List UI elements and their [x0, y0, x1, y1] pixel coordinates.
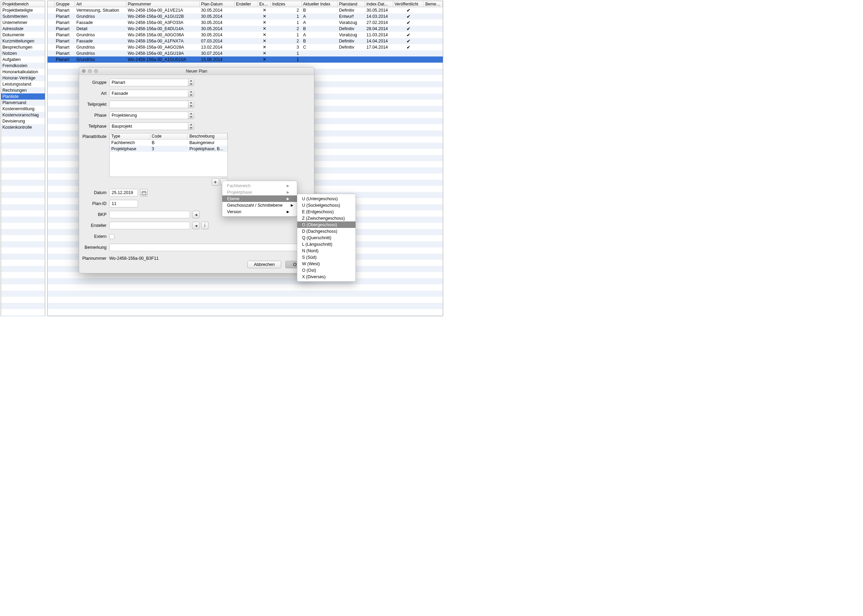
- sidebar-item[interactable]: Honorar-Verträge: [1, 75, 45, 81]
- combo-gruppe[interactable]: Planart: [109, 79, 194, 86]
- sidebar-item[interactable]: Kurzmitteilungen: [1, 38, 45, 44]
- submenu-item[interactable]: O (Obergeschoss): [297, 222, 356, 228]
- sidebar-item[interactable]: Planliste: [1, 93, 45, 100]
- submenu-item[interactable]: D (Dachgeschoss): [297, 228, 356, 234]
- sidebar-item[interactable]: Kostenvoranschlag: [1, 112, 45, 118]
- context-menu-item[interactable]: Geschosszahl / Schnittebene▶: [222, 202, 297, 208]
- submenu-item[interactable]: E (Erdgeschoss): [297, 208, 356, 215]
- input-bemerkung[interactable]: [109, 244, 307, 251]
- svg-rect-0: [142, 191, 146, 195]
- sidebar-item[interactable]: Adressliste: [1, 26, 45, 32]
- sidebar-item[interactable]: Fremdkosten: [1, 63, 45, 69]
- submenu-item[interactable]: Z (Zwischengeschoss): [297, 215, 356, 222]
- window-minimize-icon: [88, 69, 92, 73]
- ersteller-lookup-button[interactable]: ◂: [192, 222, 200, 229]
- sidebar-item[interactable]: Kostenkontrolle: [1, 124, 45, 130]
- sidebar-item[interactable]: Dokumente: [1, 32, 45, 38]
- bkp-lookup-button[interactable]: ◂: [192, 211, 200, 218]
- dialog-titlebar[interactable]: Neuer Plan: [79, 68, 314, 75]
- label-ersteller: Ersteller: [79, 223, 109, 228]
- submenu-item[interactable]: S (Süd): [297, 254, 356, 261]
- table-row[interactable]: PlanartGrundrissWo-2458-156a-00_A0GO36A3…: [47, 32, 443, 38]
- sidebar-item[interactable]: Planversand: [1, 100, 45, 106]
- combo-teilprojekt[interactable]: [109, 101, 194, 108]
- stepper-icon[interactable]: [188, 90, 194, 97]
- stepper-icon[interactable]: [188, 123, 194, 130]
- label-bemerkung: Bemerkung: [79, 245, 109, 250]
- th-veroeffentlicht[interactable]: Veröffentlicht: [393, 1, 424, 7]
- combo-art[interactable]: Fassade: [109, 90, 194, 97]
- submenu-item[interactable]: N (Nord): [297, 247, 356, 254]
- table-row[interactable]: PlanartGrundrissWo-2458-156a-00_A1GU22B3…: [47, 13, 443, 19]
- th-indizes[interactable]: Indizes: [271, 1, 302, 7]
- sidebar-item[interactable]: Submittenten: [1, 13, 45, 19]
- add-attribute-button[interactable]: +: [212, 178, 219, 186]
- submenu-item[interactable]: U (Untergeschoss): [297, 195, 356, 202]
- th-gruppe[interactable]: Gruppe: [54, 1, 75, 7]
- info-icon[interactable]: i: [201, 222, 209, 229]
- context-menu-item[interactable]: Version▶: [222, 208, 297, 215]
- checkbox-extern[interactable]: [109, 234, 114, 239]
- sidebar-item[interactable]: Notizen: [1, 50, 45, 57]
- planattribute-table[interactable]: Type Code Beschreibung FachbereichBBauin…: [109, 133, 228, 177]
- sidebar-item[interactable]: Rechnungen: [1, 87, 45, 93]
- window-close-icon[interactable]: [82, 69, 86, 73]
- attr-row[interactable]: FachbereichBBauingenieur: [110, 140, 227, 146]
- th-aktueller-index[interactable]: Aktueller Index: [302, 1, 338, 7]
- sidebar-item[interactable]: Unternehmer: [1, 19, 45, 26]
- submenu-item[interactable]: U (Sockelgeschoss): [297, 202, 356, 208]
- attr-th-desc[interactable]: Beschreibung: [188, 134, 227, 139]
- submenu-item[interactable]: L (Längsschnitt): [297, 241, 356, 247]
- label-art: Art: [79, 91, 109, 96]
- combo-teilphase[interactable]: Bauprojekt: [109, 123, 194, 130]
- table-row[interactable]: PlanartGrundrissWo-2458-156a-00_A1GU19A3…: [47, 50, 443, 57]
- stepper-icon[interactable]: [188, 112, 194, 119]
- table-row[interactable]: PlanartFassadeWo-2458-156a-00_A1FNX7A07.…: [47, 38, 443, 44]
- attr-th-code[interactable]: Code: [150, 134, 188, 139]
- table-body: PlanartVermessung, SituationWo-2458-156a…: [47, 7, 443, 63]
- th-bemerkung[interactable]: Bemerkung: [424, 1, 443, 7]
- th-planstand[interactable]: Planstand: [338, 1, 365, 7]
- th-extern[interactable]: Extern: [258, 1, 271, 7]
- input-datum[interactable]: 25.12.2019: [109, 189, 138, 196]
- table-row[interactable]: PlanartDetailWo-2458-156a-00_E4DU14A30.0…: [47, 26, 443, 32]
- label-teilprojekt: Teilprojekt: [79, 102, 109, 107]
- submenu-item[interactable]: W (West): [297, 261, 356, 267]
- ebene-submenu[interactable]: U (Untergeschoss)U (Sockelgeschoss)E (Er…: [297, 194, 356, 282]
- stepper-icon[interactable]: [188, 79, 194, 86]
- th-plan-datum[interactable]: Plan-Datum: [200, 1, 235, 7]
- stepper-icon[interactable]: [188, 101, 194, 108]
- table-row[interactable]: PlanartGrundrissWo-2458-156a-00_A1GU010A…: [47, 57, 443, 63]
- attr-row[interactable]: Projektphase3Projektphase, B...: [110, 146, 227, 152]
- submenu-item[interactable]: Q (Querschnitt): [297, 234, 356, 241]
- submenu-item[interactable]: X (Diverses): [297, 273, 356, 280]
- sidebar-item[interactable]: Projektbeteiligte: [1, 7, 45, 13]
- sidebar-item[interactable]: Aufgaben: [1, 57, 45, 63]
- input-bkp[interactable]: [109, 211, 190, 218]
- sidebar-item[interactable]: Besprechungen: [1, 44, 45, 50]
- context-menu-item: Fachbereich▶: [222, 182, 297, 189]
- sidebar-item[interactable]: Kostenermittlung: [1, 106, 45, 112]
- table-row[interactable]: PlanartFassadeWo-2458-156a-00_A3FO33A30.…: [47, 19, 443, 26]
- attribute-context-menu[interactable]: Fachbereich▶Projektphase▶Ebene▶Geschossz…: [222, 181, 297, 217]
- context-menu-item[interactable]: Ebene▶: [222, 195, 297, 202]
- input-ersteller[interactable]: [109, 222, 190, 229]
- calendar-icon[interactable]: [140, 189, 148, 196]
- th-empty[interactable]: [47, 1, 54, 7]
- new-plan-dialog: Neuer Plan Gruppe Planart Art Fassade Te…: [79, 67, 314, 273]
- th-ersteller[interactable]: Ersteller: [235, 1, 258, 7]
- submenu-item[interactable]: O (Ost): [297, 267, 356, 273]
- th-plannummer[interactable]: Plannummer: [126, 1, 200, 7]
- dialog-title: Neuer Plan: [186, 69, 208, 74]
- input-planid[interactable]: 11: [109, 200, 138, 207]
- sidebar-item[interactable]: Leistungsstand: [1, 81, 45, 87]
- cancel-button[interactable]: Abbrechen: [247, 261, 281, 268]
- attr-th-type[interactable]: Type: [110, 134, 150, 139]
- combo-phase[interactable]: Projektierung: [109, 112, 194, 119]
- th-art[interactable]: Art: [75, 1, 126, 7]
- table-row[interactable]: PlanartVermessung, SituationWo-2458-156a…: [47, 7, 443, 13]
- th-index-datum[interactable]: Index-Dat...: [365, 1, 393, 7]
- sidebar-item[interactable]: Devisierung: [1, 118, 45, 124]
- sidebar-item[interactable]: Honorarkalkulation: [1, 69, 45, 75]
- table-row[interactable]: PlanartGrundrissWo-2458-156a-00_A4GO28A1…: [47, 44, 443, 50]
